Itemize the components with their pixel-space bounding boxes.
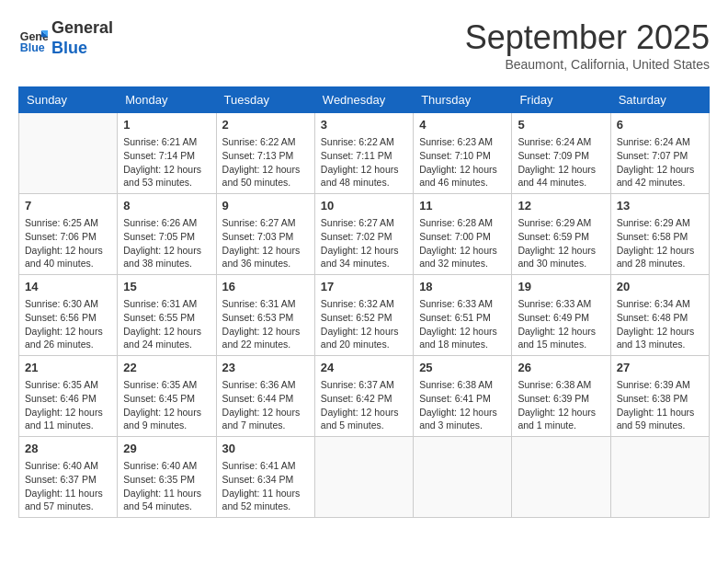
logo: General Blue General Blue	[18, 18, 113, 58]
weekday-header: Sunday	[19, 87, 118, 113]
day-number: 30	[222, 441, 309, 457]
day-info: Sunrise: 6:21 AMSunset: 7:14 PMDaylight:…	[123, 135, 210, 190]
day-number: 16	[222, 279, 309, 295]
day-info: Sunrise: 6:33 AMSunset: 6:51 PMDaylight:…	[419, 297, 506, 351]
day-info: Sunrise: 6:39 AMSunset: 6:38 PMDaylight:…	[617, 378, 703, 432]
day-cell: 5 Sunrise: 6:24 AMSunset: 7:09 PMDayligh…	[512, 113, 610, 194]
weekday-header: Friday	[512, 87, 610, 113]
empty-day-cell	[512, 437, 610, 518]
location: Beaumont, California, United States	[465, 57, 710, 72]
day-info: Sunrise: 6:40 AMSunset: 6:37 PMDaylight:…	[25, 459, 111, 513]
empty-day-cell	[610, 437, 709, 518]
empty-day-cell	[314, 437, 413, 518]
day-number: 18	[419, 279, 506, 295]
day-info: Sunrise: 6:38 AMSunset: 6:41 PMDaylight:…	[419, 378, 506, 432]
day-number: 27	[617, 360, 703, 376]
day-info: Sunrise: 6:34 AMSunset: 6:48 PMDaylight:…	[617, 297, 703, 351]
day-cell: 16 Sunrise: 6:31 AMSunset: 6:53 PMDaylig…	[216, 275, 314, 356]
day-number: 5	[518, 117, 604, 133]
day-info: Sunrise: 6:41 AMSunset: 6:34 PMDaylight:…	[222, 459, 309, 513]
day-number: 12	[518, 198, 604, 214]
weekday-header: Tuesday	[216, 87, 314, 113]
day-cell: 17 Sunrise: 6:32 AMSunset: 6:52 PMDaylig…	[314, 275, 413, 356]
day-info: Sunrise: 6:28 AMSunset: 7:00 PMDaylight:…	[419, 216, 506, 270]
day-cell: 20 Sunrise: 6:34 AMSunset: 6:48 PMDaylig…	[610, 275, 709, 356]
day-cell: 22 Sunrise: 6:35 AMSunset: 6:45 PMDaylig…	[118, 356, 216, 437]
title-block: September 2025 Beaumont, California, Uni…	[465, 18, 710, 72]
empty-day-cell	[414, 437, 512, 518]
day-cell: 28 Sunrise: 6:40 AMSunset: 6:37 PMDaylig…	[19, 437, 118, 518]
day-cell: 2 Sunrise: 6:22 AMSunset: 7:13 PMDayligh…	[216, 113, 314, 194]
day-info: Sunrise: 6:29 AMSunset: 6:59 PMDaylight:…	[518, 216, 604, 270]
day-cell: 12 Sunrise: 6:29 AMSunset: 6:59 PMDaylig…	[512, 194, 610, 275]
calendar-week-row: 21 Sunrise: 6:35 AMSunset: 6:46 PMDaylig…	[19, 356, 710, 437]
svg-text:Blue: Blue	[20, 41, 45, 53]
weekday-header: Wednesday	[314, 87, 413, 113]
day-number: 22	[123, 360, 210, 376]
empty-day-cell	[19, 113, 118, 194]
day-number: 14	[25, 279, 111, 295]
weekday-header: Thursday	[414, 87, 512, 113]
day-info: Sunrise: 6:25 AMSunset: 7:06 PMDaylight:…	[25, 216, 111, 270]
day-info: Sunrise: 6:35 AMSunset: 6:45 PMDaylight:…	[123, 378, 210, 432]
day-cell: 1 Sunrise: 6:21 AMSunset: 7:14 PMDayligh…	[118, 113, 216, 194]
day-number: 6	[617, 117, 703, 133]
day-info: Sunrise: 6:29 AMSunset: 6:58 PMDaylight:…	[617, 216, 703, 270]
day-cell: 11 Sunrise: 6:28 AMSunset: 7:00 PMDaylig…	[414, 194, 512, 275]
day-cell: 10 Sunrise: 6:27 AMSunset: 7:02 PMDaylig…	[314, 194, 413, 275]
day-cell: 14 Sunrise: 6:30 AMSunset: 6:56 PMDaylig…	[19, 275, 118, 356]
page-header: General Blue General Blue September 2025…	[18, 18, 710, 72]
day-number: 20	[617, 279, 703, 295]
calendar-table: SundayMondayTuesdayWednesdayThursdayFrid…	[18, 86, 710, 518]
day-info: Sunrise: 6:31 AMSunset: 6:55 PMDaylight:…	[123, 297, 210, 351]
day-number: 1	[123, 117, 210, 133]
day-cell: 18 Sunrise: 6:33 AMSunset: 6:51 PMDaylig…	[414, 275, 512, 356]
day-cell: 29 Sunrise: 6:40 AMSunset: 6:35 PMDaylig…	[118, 437, 216, 518]
weekday-header: Monday	[118, 87, 216, 113]
day-info: Sunrise: 6:32 AMSunset: 6:52 PMDaylight:…	[321, 297, 407, 351]
day-info: Sunrise: 6:22 AMSunset: 7:11 PMDaylight:…	[321, 135, 407, 190]
day-cell: 6 Sunrise: 6:24 AMSunset: 7:07 PMDayligh…	[610, 113, 709, 194]
day-cell: 9 Sunrise: 6:27 AMSunset: 7:03 PMDayligh…	[216, 194, 314, 275]
calendar-week-row: 28 Sunrise: 6:40 AMSunset: 6:37 PMDaylig…	[19, 437, 710, 518]
day-info: Sunrise: 6:22 AMSunset: 7:13 PMDaylight:…	[222, 135, 309, 190]
day-cell: 26 Sunrise: 6:38 AMSunset: 6:39 PMDaylig…	[512, 356, 610, 437]
day-number: 8	[123, 198, 210, 214]
day-cell: 25 Sunrise: 6:38 AMSunset: 6:41 PMDaylig…	[414, 356, 512, 437]
day-number: 7	[25, 198, 111, 214]
day-info: Sunrise: 6:37 AMSunset: 6:42 PMDaylight:…	[321, 378, 407, 432]
day-info: Sunrise: 6:27 AMSunset: 7:02 PMDaylight:…	[321, 216, 407, 270]
day-cell: 3 Sunrise: 6:22 AMSunset: 7:11 PMDayligh…	[314, 113, 413, 194]
day-cell: 23 Sunrise: 6:36 AMSunset: 6:44 PMDaylig…	[216, 356, 314, 437]
day-number: 24	[321, 360, 407, 376]
month-title: September 2025	[465, 18, 710, 57]
day-info: Sunrise: 6:35 AMSunset: 6:46 PMDaylight:…	[25, 378, 111, 432]
day-number: 15	[123, 279, 210, 295]
day-number: 17	[321, 279, 407, 295]
day-cell: 19 Sunrise: 6:33 AMSunset: 6:49 PMDaylig…	[512, 275, 610, 356]
day-number: 11	[419, 198, 506, 214]
day-cell: 8 Sunrise: 6:26 AMSunset: 7:05 PMDayligh…	[118, 194, 216, 275]
weekday-header-row: SundayMondayTuesdayWednesdayThursdayFrid…	[19, 87, 710, 113]
day-number: 29	[123, 441, 210, 457]
day-number: 26	[518, 360, 604, 376]
day-number: 21	[25, 360, 111, 376]
day-number: 4	[419, 117, 506, 133]
day-cell: 4 Sunrise: 6:23 AMSunset: 7:10 PMDayligh…	[414, 113, 512, 194]
logo-icon: General Blue	[18, 24, 48, 53]
day-number: 9	[222, 198, 309, 214]
day-number: 13	[617, 198, 703, 214]
calendar-week-row: 7 Sunrise: 6:25 AMSunset: 7:06 PMDayligh…	[19, 194, 710, 275]
day-info: Sunrise: 6:40 AMSunset: 6:35 PMDaylight:…	[123, 459, 210, 513]
day-info: Sunrise: 6:27 AMSunset: 7:03 PMDaylight:…	[222, 216, 309, 270]
day-cell: 30 Sunrise: 6:41 AMSunset: 6:34 PMDaylig…	[216, 437, 314, 518]
day-info: Sunrise: 6:30 AMSunset: 6:56 PMDaylight:…	[25, 297, 111, 351]
day-info: Sunrise: 6:26 AMSunset: 7:05 PMDaylight:…	[123, 216, 210, 270]
calendar-week-row: 14 Sunrise: 6:30 AMSunset: 6:56 PMDaylig…	[19, 275, 710, 356]
day-cell: 24 Sunrise: 6:37 AMSunset: 6:42 PMDaylig…	[314, 356, 413, 437]
day-cell: 21 Sunrise: 6:35 AMSunset: 6:46 PMDaylig…	[19, 356, 118, 437]
day-info: Sunrise: 6:31 AMSunset: 6:53 PMDaylight:…	[222, 297, 309, 351]
day-info: Sunrise: 6:23 AMSunset: 7:10 PMDaylight:…	[419, 135, 506, 190]
logo-text: General Blue	[51, 18, 113, 58]
day-number: 23	[222, 360, 309, 376]
